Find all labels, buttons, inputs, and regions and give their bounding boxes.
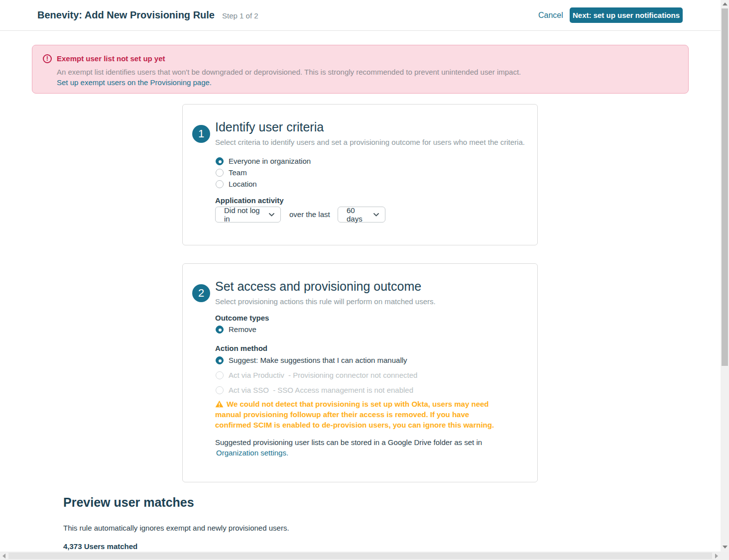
alert-body: An exempt list identifies users that won…	[57, 68, 521, 76]
page-title: Benevity: Add New Provisioning Rule	[37, 9, 215, 21]
radio-suggest[interactable]	[216, 356, 224, 364]
preview-note: This rule automatically ignores exempt a…	[63, 524, 289, 532]
step-1-badge: 1	[192, 125, 210, 143]
warning-triangle-icon	[215, 400, 224, 408]
radio-option-act-via-productiv: Act via Productiv - Provisioning connect…	[216, 371, 417, 379]
radio-everyone[interactable]	[216, 157, 224, 165]
step-1-title: Identify user criteria	[215, 120, 324, 134]
provisioning-outcome-card: 2 Set access and provisioning outcome Se…	[182, 263, 538, 482]
radio-option-location[interactable]: Location	[216, 180, 311, 188]
action-radio-group: Suggest: Make suggestions that I can act…	[216, 356, 417, 397]
preview-title: Preview user matches	[63, 495, 194, 510]
scroll-right-arrow-icon[interactable]	[715, 554, 718, 559]
radio-remove[interactable]	[216, 326, 224, 334]
scroll-up-arrow-icon[interactable]	[723, 2, 728, 5]
radio-option-everyone[interactable]: Everyone in organization	[216, 157, 311, 165]
radio-location[interactable]	[216, 180, 224, 188]
header-bar: Benevity: Add New Provisioning Rule Step…	[0, 0, 721, 31]
step-indicator: Step 1 of 2	[222, 11, 258, 20]
radio-act-via-productiv	[216, 371, 224, 379]
step-2-subtitle: Select provisioning actions this rule wi…	[215, 297, 436, 306]
action-method-label: Action method	[215, 344, 267, 352]
alert-title: Exempt user list not set up yet	[57, 54, 165, 63]
vertical-scrollbar-thumb[interactable]	[722, 8, 728, 366]
outcome-radio-group: Remove	[216, 325, 256, 336]
radio-option-team[interactable]: Team	[216, 168, 311, 177]
vertical-scrollbar[interactable]	[721, 0, 729, 552]
step-2-badge: 2	[192, 284, 210, 302]
chevron-down-icon	[373, 213, 379, 217]
scroll-left-arrow-icon[interactable]	[2, 554, 5, 559]
exclamation-circle-icon: !	[43, 54, 52, 63]
cancel-button[interactable]: Cancel	[538, 11, 563, 20]
identify-criteria-card: 1 Identify user criteria Select criteria…	[182, 104, 538, 245]
horizontal-scrollbar-thumb[interactable]	[8, 553, 712, 559]
radio-option-remove[interactable]: Remove	[216, 325, 256, 334]
application-activity-label: Application activity	[215, 196, 284, 205]
drive-note: Suggested provisioning user lists can be…	[215, 438, 482, 447]
criteria-radio-group: Everyone in organization Team Location	[216, 157, 311, 191]
next-button[interactable]: Next: set up user notifications	[570, 7, 683, 23]
horizontal-scrollbar[interactable]	[0, 552, 729, 560]
step-1-subtitle: Select criteria to identify users and se…	[215, 138, 525, 146]
alert-provisioning-link[interactable]: Set up exempt users on the Provisioning …	[57, 78, 212, 87]
warning-text: We could not detect that provisioning is…	[215, 400, 494, 429]
scroll-down-arrow-icon[interactable]	[723, 546, 728, 549]
radio-option-suggest[interactable]: Suggest: Make suggestions that I can act…	[216, 356, 417, 364]
exempt-alert-banner: ! Exempt user list not set up yet An exe…	[32, 45, 689, 94]
radio-option-act-via-sso: Act via SSO - SSO Access management is n…	[216, 386, 417, 394]
period-dropdown[interactable]: 60 days	[338, 207, 385, 223]
activity-dropdown[interactable]: Did not log in	[215, 207, 281, 223]
over-the-last-text: over the last	[289, 210, 330, 219]
radio-team[interactable]	[216, 169, 224, 177]
radio-act-via-sso	[216, 386, 224, 394]
outcome-types-label: Outcome types	[215, 314, 269, 322]
step-2-title: Set access and provisioning outcome	[215, 279, 421, 294]
chevron-down-icon	[269, 213, 274, 217]
okta-warning: We could not detect that provisioning is…	[215, 399, 506, 430]
users-matched-count: 4,373 Users matched	[63, 542, 137, 551]
organization-settings-link[interactable]: Organization settings.	[216, 448, 288, 457]
page: Benevity: Add New Provisioning Rule Step…	[0, 0, 729, 560]
